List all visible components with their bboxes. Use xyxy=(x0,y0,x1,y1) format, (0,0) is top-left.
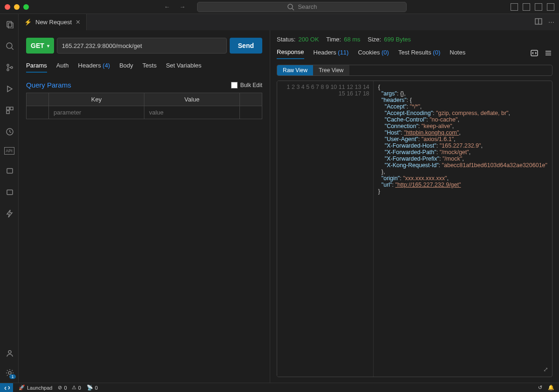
extensions-icon[interactable] xyxy=(4,104,15,115)
svg-point-0 xyxy=(288,4,293,9)
run-debug-icon[interactable] xyxy=(4,83,15,94)
thunder-icon[interactable] xyxy=(4,208,15,219)
nav-forward-icon[interactable]: → xyxy=(179,3,185,10)
svg-marker-9 xyxy=(7,86,12,92)
http-method-select[interactable]: GET xyxy=(26,38,54,54)
tab-params[interactable]: Params xyxy=(26,62,47,73)
svg-point-4 xyxy=(7,43,12,48)
bulk-edit-toggle[interactable]: Bulk Edit xyxy=(231,82,262,88)
explorer-icon[interactable] xyxy=(4,19,15,30)
send-button[interactable]: Send xyxy=(230,38,262,54)
tab-title: New Request xyxy=(35,19,72,26)
svg-line-1 xyxy=(292,8,294,10)
svg-point-7 xyxy=(7,69,9,71)
history-icon[interactable]: ↺ xyxy=(538,385,542,391)
resp-tab-headers[interactable]: Headers (11) xyxy=(314,49,349,59)
request-panel: GET Send Params Auth Headers (4) Body Te… xyxy=(19,30,270,383)
command-search[interactable]: Search xyxy=(197,2,407,12)
svg-rect-15 xyxy=(7,190,13,195)
table-row xyxy=(27,106,262,119)
svg-rect-3 xyxy=(8,23,13,28)
size-label: Size: xyxy=(368,36,381,43)
search-placeholder: Search xyxy=(298,3,317,10)
resp-tab-notes[interactable]: Notes xyxy=(450,49,465,59)
tab-body[interactable]: Body xyxy=(119,62,133,73)
time-label: Time: xyxy=(326,36,341,43)
svg-point-18 xyxy=(8,372,11,374)
response-panel: Status: 200 OK Time: 68 ms Size: 699 Byt… xyxy=(270,30,559,383)
col-key: Key xyxy=(49,93,144,106)
status-label: Status: xyxy=(277,36,295,43)
activity-bar: API 1 xyxy=(0,14,19,383)
drone-icon[interactable] xyxy=(4,165,15,176)
resp-tab-tests[interactable]: Test Results (0) xyxy=(398,49,440,59)
tree-view-button[interactable]: Tree View xyxy=(313,65,349,75)
statusbar: 🚀 Launchpad ⊘ 0 ⚠ 0 📡 0 ↺ 🔔 xyxy=(0,383,559,392)
search-icon xyxy=(286,3,295,11)
api-icon[interactable]: API xyxy=(4,147,14,155)
tab-tests[interactable]: Tests xyxy=(143,62,157,73)
query-params-table: KeyValue xyxy=(26,93,262,119)
layout-icon-2[interactable] xyxy=(523,3,530,11)
titlebar: ← → Search xyxy=(0,0,559,14)
size-value: 699 Bytes xyxy=(384,36,411,43)
response-body[interactable]: 1 2 3 4 5 6 7 8 9 10 11 12 13 14 15 16 1… xyxy=(277,81,552,377)
url-input[interactable] xyxy=(57,38,227,54)
ports-item[interactable]: 📡 0 xyxy=(87,385,98,391)
svg-line-5 xyxy=(12,48,14,50)
svg-point-6 xyxy=(7,64,9,66)
svg-rect-2 xyxy=(7,21,12,27)
close-window-icon[interactable] xyxy=(5,4,10,10)
svg-rect-10 xyxy=(7,107,9,110)
menu-icon[interactable] xyxy=(544,49,552,59)
code-snippet-icon[interactable] xyxy=(530,49,539,59)
account-icon[interactable] xyxy=(4,347,15,358)
problems-item[interactable]: ⊘ 0 ⚠ 0 xyxy=(58,385,81,391)
tab-set-variables[interactable]: Set Variables xyxy=(166,62,201,73)
expand-icon[interactable]: ⤢ xyxy=(543,366,548,373)
bell-icon[interactable]: 🔔 xyxy=(548,385,554,391)
layout-icon-3[interactable] xyxy=(535,3,542,11)
svg-point-8 xyxy=(11,67,13,68)
time-value: 68 ms xyxy=(344,36,360,43)
tab-new-request[interactable]: ⚡ New Request ✕ xyxy=(19,14,87,30)
window-controls xyxy=(5,4,29,10)
editor-tabs: ⚡ New Request ✕ ⋯ xyxy=(19,14,559,30)
svg-rect-12 xyxy=(7,111,9,114)
remote-icon[interactable] xyxy=(0,383,13,392)
tab-auth[interactable]: Auth xyxy=(56,62,69,73)
svg-point-17 xyxy=(8,351,11,353)
svg-rect-14 xyxy=(7,169,13,173)
raw-view-button[interactable]: Raw View xyxy=(277,65,313,75)
tab-headers[interactable]: Headers (4) xyxy=(78,62,110,73)
time-icon[interactable] xyxy=(4,126,15,137)
layout-icon-4[interactable] xyxy=(547,3,554,11)
source-control-icon[interactable] xyxy=(4,61,15,73)
resp-tab-cookies[interactable]: Cookies (0) xyxy=(358,49,389,59)
launchpad-item[interactable]: 🚀 Launchpad xyxy=(19,385,52,391)
view-toggle: Raw View Tree View xyxy=(277,65,552,76)
query-params-heading: Query Params xyxy=(26,81,71,89)
minimize-window-icon[interactable] xyxy=(14,4,20,10)
drone-icon-2[interactable] xyxy=(4,186,15,197)
layout-icon-1[interactable] xyxy=(511,3,518,11)
split-editor-icon[interactable] xyxy=(534,17,543,27)
param-value-input[interactable] xyxy=(149,109,235,116)
nav-back-icon[interactable]: ← xyxy=(164,3,170,10)
settings-icon[interactable]: 1 xyxy=(4,367,15,378)
status-code: 200 OK xyxy=(298,36,319,43)
svg-marker-16 xyxy=(7,210,12,217)
search-icon[interactable] xyxy=(4,40,15,51)
resp-tab-response[interactable]: Response xyxy=(277,48,304,59)
param-key-input[interactable] xyxy=(54,109,139,116)
close-tab-icon[interactable]: ✕ xyxy=(75,19,81,26)
more-icon[interactable]: ⋯ xyxy=(548,19,554,26)
col-value: Value xyxy=(144,93,240,106)
thunder-tab-icon: ⚡ xyxy=(24,19,32,26)
svg-rect-11 xyxy=(10,107,13,110)
maximize-window-icon[interactable] xyxy=(23,4,29,10)
